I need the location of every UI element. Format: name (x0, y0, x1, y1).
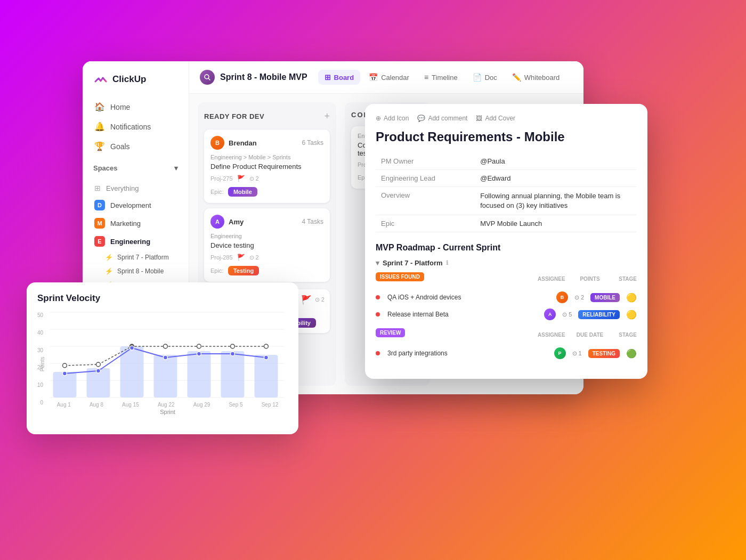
sprint8-icon: ⚡ (105, 267, 113, 275)
svg-point-28 (264, 355, 269, 360)
sidebar-item-notifications[interactable]: 🔔 Notifications (88, 117, 183, 136)
epic-value: MVP Mobile Launch (475, 215, 637, 232)
svg-point-22 (63, 371, 67, 376)
col-assignee2: ASSIGNEE (538, 332, 564, 338)
space-item-development[interactable]: D Development (88, 197, 183, 214)
svg-point-15 (63, 363, 67, 368)
space-engineering-label: Engineering (110, 238, 150, 246)
sprint-title: Sprint 8 - Mobile MVP (220, 72, 307, 82)
y-label-40: 40 (37, 330, 43, 336)
col-stage: STAGE (615, 276, 637, 282)
sprint-search-icon (200, 70, 215, 85)
sidebar-item-home[interactable]: 🏠 Home (88, 98, 183, 116)
brendan-assignee-row: B Brendan 6 Tasks (210, 136, 323, 150)
review-badge: REVIEW (376, 328, 405, 337)
sprint-toggle-icon[interactable]: ▾ (376, 259, 379, 267)
x-label-aug8: Aug 8 (90, 402, 103, 408)
review-group: REVIEW ASSIGNEE DUE DATE STAGE 3rd party… (376, 328, 637, 362)
pm-owner-label: PM Owner (376, 153, 475, 170)
notifications-icon: 🔔 (94, 121, 105, 132)
release-beta-left: Release internal Beta (376, 311, 544, 318)
brendan-assignee-info: B Brendan (210, 136, 257, 150)
modal-add-comment-btn[interactable]: 💬 Add comment (417, 115, 467, 122)
space-item-engineering[interactable]: E Engineering (88, 233, 183, 250)
sprint-info-icon: ℹ (446, 259, 448, 266)
chart-svg-container: Aug 1 Aug 8 Aug 15 Aug 22 Aug 29 Sep 5 S… (47, 312, 288, 416)
amy-task-id: Proj-285 (210, 254, 233, 261)
svg-point-20 (231, 344, 235, 348)
3rdparty-stage: TESTING (588, 349, 620, 358)
brendan-people-icon: ⊙ 2 (249, 175, 259, 182)
tab-board[interactable]: ⊞ Board (318, 70, 361, 85)
task-card-amy: A Amy 4 Tasks Engineering Device testing… (204, 208, 330, 282)
x-label-sep5: Sep 5 (229, 402, 242, 408)
overview-value: Following annual planning, the Mobile te… (475, 187, 637, 215)
sidebar-item-sprint8[interactable]: ⚡ Sprint 8 - Mobile (88, 265, 183, 278)
tab-whiteboard[interactable]: ✏️ Whiteboard (506, 70, 566, 85)
qa-ios-right: B ⊙ 2 MOBILE 🟡 (556, 291, 637, 303)
tab-whiteboard-label: Whiteboard (524, 74, 560, 82)
svg-point-23 (96, 369, 101, 373)
modal-add-cover-btn[interactable]: 🖼 Add Cover (476, 115, 515, 122)
sprint-title-area: Sprint 8 - Mobile MVP (200, 70, 307, 85)
column-ready-header: READY FOR DEV + (204, 109, 330, 124)
amy-task-count: 4 Tasks (302, 218, 323, 225)
sprint-velocity-chart: Sprint Velocity 50 40 30 20 10 0 Points (27, 282, 298, 434)
tab-timeline-label: Timeline (432, 74, 458, 82)
column-ready-add-icon[interactable]: + (324, 111, 330, 122)
everything-grid-icon: ⊞ (94, 184, 101, 192)
brendan-task-count: 6 Tasks (302, 139, 323, 147)
issue-row-release-beta: Release internal Beta A ⊙ 5 RELIABILITY … (376, 306, 637, 323)
x-axis-labels: Aug 1 Aug 8 Aug 15 Aug 22 Aug 29 Sep 5 S… (47, 400, 288, 408)
x-label-aug29: Aug 29 (193, 402, 210, 408)
sidebar-item-goals[interactable]: 🏆 Goals (88, 137, 183, 156)
release-beta-stage: RELIABILITY (578, 310, 620, 319)
svg-point-0 (205, 75, 209, 79)
x-label-aug1: Aug 1 (57, 402, 71, 408)
add-icon-tool-icon: ⊕ (376, 115, 381, 122)
issue-row-3rdparty: 3rd party integrations P ⊙ 1 TESTING 🟢 (376, 345, 637, 362)
svg-point-21 (264, 344, 269, 348)
home-icon: 🏠 (94, 102, 105, 112)
issues-found-group: ISSUES FOUND ASSIGNEE POINTS STAGE QA iO… (376, 272, 637, 323)
spaces-label: Spaces (93, 164, 118, 172)
tab-timeline[interactable]: ≡ Timeline (418, 70, 464, 85)
issues-found-col-headers: ASSIGNEE POINTS STAGE (538, 276, 637, 282)
tab-doc-label: Doc (485, 74, 497, 82)
eng-lead-label: Engineering Lead (376, 170, 475, 187)
space-item-everything[interactable]: ⊞ Everything (88, 181, 183, 196)
tab-doc[interactable]: 📄 Doc (466, 70, 504, 85)
sidebar-item-notifications-label: Notifications (110, 123, 151, 131)
sidebar-item-sprint7[interactable]: ⚡ Sprint 7 - Platform (88, 251, 183, 264)
spaces-header[interactable]: Spaces ▾ (93, 164, 178, 172)
modal-add-icon-btn[interactable]: ⊕ Add Icon (376, 115, 409, 122)
modal-field-epic: Epic MVP Mobile Launch (376, 215, 637, 232)
brendan-avatar: B (210, 136, 224, 150)
x-label-sep12: Sep 12 (262, 402, 279, 408)
pm-owner-value: @Paula (475, 153, 637, 170)
sprint8-label: Sprint 8 - Mobile (117, 267, 164, 275)
issues-found-header: ISSUES FOUND ASSIGNEE POINTS STAGE (376, 272, 637, 286)
issues-found-badge: ISSUES FOUND (376, 272, 424, 281)
release-beta-points: ⊙ 5 (562, 311, 572, 318)
3rdparty-assignee: P (554, 347, 566, 359)
brendan-task-footer: Proj-275 🚩 ⊙ 2 (210, 175, 323, 182)
x-label-aug22: Aug 22 (158, 402, 175, 408)
space-development-label: Development (110, 201, 151, 209)
svg-point-27 (231, 352, 235, 356)
epic-label: Epic (376, 215, 475, 232)
chart-svg (47, 312, 288, 397)
3rdparty-text: 3rd party integrations (387, 350, 448, 357)
svg-point-16 (96, 362, 101, 367)
space-item-marketing[interactable]: M Marketing (88, 215, 183, 232)
logo-text: ClickUp (112, 74, 146, 85)
brendan-epic-badge: Mobile (228, 187, 257, 197)
add-icon-tool-label: Add Icon (384, 115, 409, 122)
qa-ios-text: QA iOS + Android devices (387, 294, 461, 301)
amy-assignee-row: A Amy 4 Tasks (210, 215, 323, 229)
tab-calendar[interactable]: 📅 Calendar (362, 70, 416, 85)
amy-people-icon: ⊙ 2 (249, 254, 259, 261)
3rdparty-priority: 🟢 (626, 348, 637, 359)
amy-task-footer: Proj-285 🚩 ⊙ 2 (210, 254, 323, 261)
qa-ios-stage: MOBILE (590, 293, 620, 302)
